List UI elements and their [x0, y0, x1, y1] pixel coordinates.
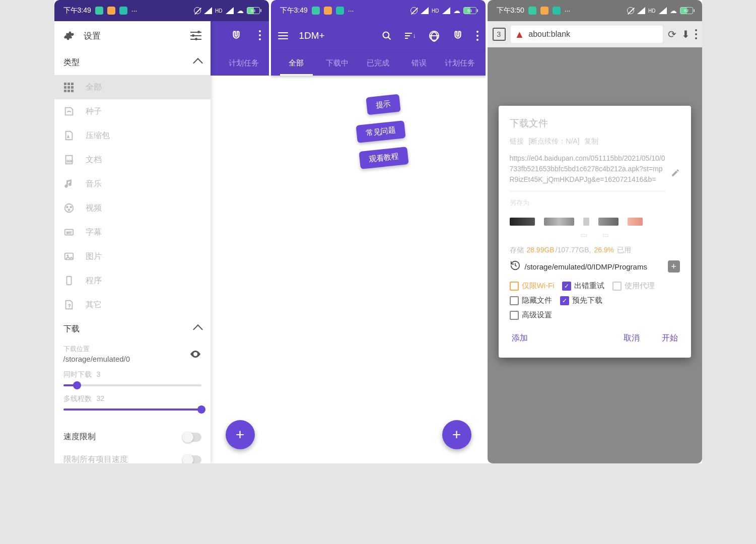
category-document[interactable]: DOC 文档 [54, 148, 211, 172]
category-music[interactable]: 音乐 [54, 172, 211, 196]
screenshot-2-main: 下午3:49 ··· HD ☁ 53 1DM+ ↓ 全部 下载中 [271, 0, 486, 463]
video-icon [63, 202, 75, 214]
add-button[interactable]: 添加 [510, 330, 530, 347]
svg-text:SRT: SRT [66, 231, 72, 234]
eye-icon[interactable] [189, 348, 201, 360]
chip-tips[interactable]: 提示 [366, 94, 400, 115]
svg-point-6 [68, 209, 70, 211]
redacted-filename [510, 218, 680, 226]
category-other[interactable]: ? 其它 [54, 293, 211, 317]
hd-icon: HD [215, 8, 222, 14]
threads-label: 多线程数32 [63, 394, 201, 403]
tab-error[interactable]: 错误 [398, 50, 439, 76]
category-image[interactable]: 图片 [54, 244, 211, 268]
dialog-meta: 链接 [断点续传：N/A] 复制 [510, 137, 680, 146]
reload-icon[interactable]: ⟳ [668, 28, 676, 40]
magnet-icon[interactable] [452, 30, 463, 41]
concurrent-slider[interactable] [63, 384, 201, 386]
notif-icon [95, 7, 103, 15]
app-title: 1DM+ [299, 30, 325, 41]
category-subtitle[interactable]: SRT 字幕 [54, 220, 211, 244]
tab-downloading[interactable]: 下载中 [317, 50, 358, 76]
signal-icon [421, 7, 429, 14]
app-bar: 1DM+ ↓ [271, 21, 486, 50]
fab-add-button[interactable]: + [226, 420, 255, 449]
notif-icon [119, 7, 127, 15]
sort-icon[interactable]: ↓ [405, 32, 416, 39]
section-type[interactable]: 类型 [54, 50, 211, 75]
cancel-button[interactable]: 取消 [622, 330, 642, 347]
menu-icon[interactable] [278, 32, 288, 39]
more-notif: ··· [565, 7, 571, 15]
save-path[interactable]: /storage/emulated/0/IDMP/Programs [525, 262, 664, 271]
fab-add-button[interactable]: + [442, 420, 471, 449]
more-notif: ··· [131, 7, 138, 15]
category-video[interactable]: 视频 [54, 196, 211, 220]
document-icon: DOC [63, 154, 75, 165]
speed-limit-toggle[interactable]: 速度限制 [54, 426, 211, 448]
tab-count[interactable]: 3 [493, 28, 506, 41]
tab-all[interactable]: 全部 [276, 50, 317, 76]
chevron-up-icon [193, 324, 203, 334]
download-dialog: 下载文件 链接 [断点续传：N/A] 复制 https://e04.baidup… [499, 106, 691, 358]
battery-icon: 53 [247, 7, 260, 14]
subtitle-icon: SRT [63, 227, 75, 238]
checkbox-proxy[interactable]: 使用代理 [612, 281, 655, 291]
music-icon [63, 178, 75, 189]
svg-point-4 [66, 206, 68, 208]
copy-link[interactable]: 复制 [584, 137, 598, 145]
overflow-menu-icon[interactable] [695, 29, 697, 39]
torrent-icon [63, 106, 75, 117]
dnd-icon [410, 7, 418, 14]
notif-icon [107, 7, 115, 15]
download-location-label: 下载位置 [63, 345, 130, 354]
concurrent-downloads-label: 同时下载3 [63, 370, 201, 379]
notif-icon [553, 7, 561, 15]
bg-tab: 计划任务 [229, 58, 259, 68]
svg-rect-11 [66, 277, 71, 285]
section-download[interactable]: 下载 [54, 317, 211, 342]
overflow-menu-icon[interactable] [259, 30, 261, 40]
filter-icon[interactable] [190, 32, 201, 40]
signal-icon [226, 7, 234, 14]
category-program[interactable]: 程序 [54, 268, 211, 293]
globe-icon[interactable] [429, 31, 439, 41]
category-archive[interactable]: A 压缩包 [54, 123, 211, 148]
battery-icon: 53 [463, 7, 476, 14]
notif-icon [540, 7, 548, 15]
magnet-icon[interactable] [231, 30, 242, 41]
warning-icon: ▲ [515, 29, 525, 40]
svg-point-10 [66, 255, 68, 256]
checkbox-hide-file[interactable]: 隐藏文件 [510, 296, 552, 305]
limit-all-toggle[interactable]: 限制所有项目速度 [54, 448, 211, 463]
download-location-path[interactable]: /storage/emulated/0 [63, 355, 130, 363]
tab-completed[interactable]: 已完成 [358, 50, 398, 76]
notif-icon [312, 7, 320, 15]
overflow-menu-icon[interactable] [476, 31, 478, 41]
checkbox-prefetch[interactable]: ✓预先下载 [560, 296, 602, 305]
start-button[interactable]: 开始 [660, 330, 680, 347]
gear-icon[interactable] [63, 30, 75, 41]
checkbox-advanced[interactable]: 高级设置 [510, 310, 552, 320]
download-url[interactable]: https://e04.baidupan.com/051115bb/2021/0… [510, 153, 666, 191]
cloud-icon: ☁ [453, 7, 460, 15]
checkbox-wifi-only[interactable]: 仅限Wi-Fi [510, 281, 555, 291]
checkbox-retry[interactable]: ✓出错重试 [562, 281, 604, 291]
category-torrent[interactable]: 种子 [54, 99, 211, 123]
chip-tutorial[interactable]: 观看教程 [359, 147, 408, 169]
svg-text:?: ? [68, 303, 71, 308]
chip-faq[interactable]: 常见问题 [356, 120, 405, 143]
add-path-button[interactable]: + [668, 260, 680, 273]
threads-slider[interactable] [63, 409, 201, 411]
tab-bar: 全部 下载中 已完成 错误 计划任务 [271, 50, 486, 76]
url-bar[interactable]: ▲ about:blank [511, 26, 663, 43]
status-bar: 下午3:50 ··· HD ☁ 52 [488, 0, 702, 21]
edit-icon[interactable] [671, 168, 680, 179]
search-icon[interactable] [382, 31, 392, 41]
history-icon[interactable] [510, 260, 521, 273]
category-all[interactable]: 全部 [54, 75, 211, 99]
notif-icon [528, 7, 536, 15]
browser-toolbar: 3 ▲ about:blank ⟳ ⬇ [488, 21, 702, 47]
download-icon[interactable]: ⬇ [681, 28, 690, 40]
tab-scheduled[interactable]: 计划任务 [439, 50, 480, 76]
